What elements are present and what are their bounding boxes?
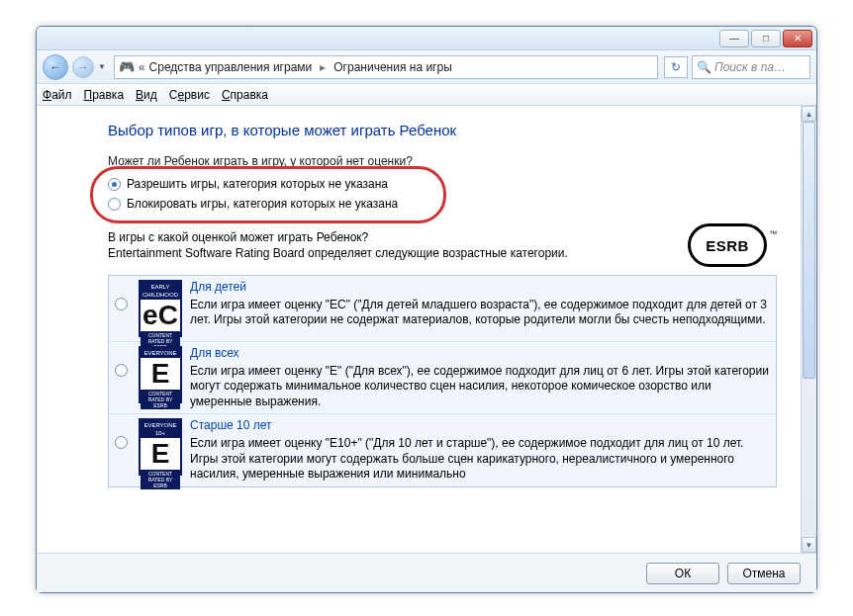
menu-tools[interactable]: Сервис — [169, 88, 210, 102]
rating-radio-ec[interactable] — [115, 298, 128, 310]
rating-icon-letter: E — [141, 358, 180, 390]
ok-button[interactable]: ОК — [646, 563, 719, 584]
search-icon: 🔍 — [697, 60, 711, 74]
rating-icon-bot: CONTENT RATED BY ESRB — [141, 390, 180, 409]
close-icon: ✕ — [794, 33, 802, 44]
nav-bar: ← → ▼ 🎮 « Средства управления играми ▸ О… — [37, 50, 816, 84]
scroll-up-button[interactable]: ▲ — [802, 106, 816, 122]
rating-icon-top: EVERYONE — [141, 348, 180, 358]
rating-icon-ec: EARLY CHILDHOOD eC CONTENT RATED BY ESRB — [139, 280, 182, 337]
cancel-button[interactable]: Отмена — [727, 563, 801, 584]
rating-text-e: Для всех Если игра имеет оценку "E" ("Дл… — [190, 346, 770, 409]
content-area: Выбор типов игр, в которые может играть … — [37, 106, 816, 553]
minimize-button[interactable]: — — [719, 30, 749, 47]
question-unrated: Может ли Ребенок играть в игру, у которо… — [108, 154, 777, 168]
refresh-button[interactable]: ↻ — [664, 56, 688, 78]
scroll-down-button[interactable]: ▼ — [802, 537, 816, 553]
rating-icon-top: EARLY CHILDHOOD — [141, 282, 180, 300]
rating-icon-letter: E — [141, 438, 180, 470]
vertical-scrollbar[interactable]: ▲ ▼ — [801, 106, 816, 553]
rating-radio-e[interactable] — [115, 364, 128, 377]
search-input[interactable]: 🔍 Поиск в па… — [692, 55, 810, 79]
button-bar: ОК Отмена — [37, 553, 816, 592]
rating-radio-e10[interactable] — [115, 436, 128, 449]
unrated-radio-group: Разрешить игры, категория которых не ука… — [108, 174, 777, 214]
nav-history-dropdown[interactable]: ▼ — [98, 62, 106, 71]
rating-icon-bot: CONTENT RATED BY ESRB — [141, 470, 180, 489]
content-scroll: Выбор типов игр, в которые может играть … — [37, 106, 801, 553]
menu-help[interactable]: Справка — [222, 88, 268, 102]
menu-file[interactable]: Файл — [43, 88, 72, 102]
maximize-icon: □ — [763, 33, 769, 44]
rating-desc-e10: Если игра имеет оценку "E10+" ("Для 10 л… — [190, 436, 770, 483]
question-rating-text: В игры с какой оценкой может играть Ребе… — [108, 229, 668, 261]
radio-allow-label: Разрешить игры, категория которых не ука… — [127, 177, 388, 191]
rating-icon-e10: EVERYONE 10+ E CONTENT RATED BY ESRB — [139, 418, 182, 476]
menu-edit[interactable]: Правка — [84, 88, 125, 102]
menu-bar: Файл Правка Вид Сервис Справка — [37, 84, 816, 106]
q2-line1: В игры с какой оценкой может играть Ребе… — [108, 229, 668, 245]
rating-icon-letter: eC — [141, 300, 180, 331]
maximize-button[interactable]: □ — [751, 30, 781, 47]
titlebar: — □ ✕ — [37, 27, 816, 50]
breadcrumb-seg-1[interactable]: Средства управления играми — [149, 60, 313, 74]
rating-row-e[interactable]: EVERYONE E CONTENT RATED BY ESRB Для все… — [109, 342, 776, 414]
rating-row-e10[interactable]: EVERYONE 10+ E CONTENT RATED BY ESRB Ста… — [109, 414, 776, 485]
radio-block-label: Блокировать игры, категория которых не у… — [127, 197, 398, 211]
radio-block[interactable] — [108, 198, 121, 211]
menu-view[interactable]: Вид — [136, 88, 157, 102]
rating-desc-e: Если игра имеет оценку "E" ("Для всех"),… — [190, 364, 770, 410]
location-icon: 🎮 — [119, 59, 135, 75]
arrow-right-icon: → — [77, 60, 89, 74]
esrb-logo-wrap: ESRB ™ — [688, 229, 777, 267]
rating-title-e10: Старше 10 лет — [190, 418, 770, 434]
arrow-left-icon: ← — [49, 60, 61, 74]
minimize-icon: — — [729, 33, 739, 44]
radio-block-row[interactable]: Блокировать игры, категория которых не у… — [108, 194, 777, 214]
radio-allow[interactable] — [108, 178, 121, 191]
breadcrumb-seg-2[interactable]: Ограничения на игры — [333, 60, 452, 74]
address-bar[interactable]: 🎮 « Средства управления играми ▸ Огранич… — [114, 55, 658, 79]
rating-title-ec: Для детей — [190, 280, 770, 296]
nav-back-button[interactable]: ← — [43, 54, 68, 80]
explorer-window: — □ ✕ ← → ▼ 🎮 « Средства управления игра… — [36, 26, 817, 593]
esrb-logo: ESRB — [688, 223, 767, 267]
scroll-track[interactable] — [802, 122, 816, 537]
rating-icon-top: EVERYONE 10+ — [141, 420, 180, 438]
rating-text-ec: Для детей Если игра имеет оценку "EC" ("… — [190, 280, 770, 337]
rating-text-e10: Старше 10 лет Если игра имеет оценку "E1… — [190, 418, 770, 482]
nav-forward-button[interactable]: → — [72, 56, 94, 78]
rating-row-ec[interactable]: EARLY CHILDHOOD eC CONTENT RATED BY ESRB… — [109, 276, 776, 342]
page-title: Выбор типов игр, в которые может играть … — [108, 122, 777, 138]
ratings-list: EARLY CHILDHOOD eC CONTENT RATED BY ESRB… — [108, 275, 777, 487]
radio-allow-row[interactable]: Разрешить игры, категория которых не ука… — [108, 174, 777, 194]
breadcrumb-sep[interactable]: ▸ — [320, 60, 326, 74]
search-placeholder: Поиск в па… — [714, 60, 786, 74]
esrb-tm: ™ — [769, 229, 777, 238]
rating-title-e: Для всех — [190, 346, 770, 362]
scroll-thumb[interactable] — [803, 122, 815, 379]
q2-line2: Entertainment Software Rating Board опре… — [108, 245, 668, 261]
refresh-icon: ↻ — [671, 60, 681, 74]
rating-desc-ec: Если игра имеет оценку "EC" ("Для детей … — [190, 298, 770, 328]
question-rating-block: В игры с какой оценкой может играть Ребе… — [108, 229, 777, 267]
close-button[interactable]: ✕ — [783, 30, 812, 47]
breadcrumb-prefix: « — [139, 60, 145, 74]
esrb-text: ESRB — [706, 237, 749, 254]
rating-icon-e: EVERYONE E CONTENT RATED BY ESRB — [139, 346, 182, 403]
